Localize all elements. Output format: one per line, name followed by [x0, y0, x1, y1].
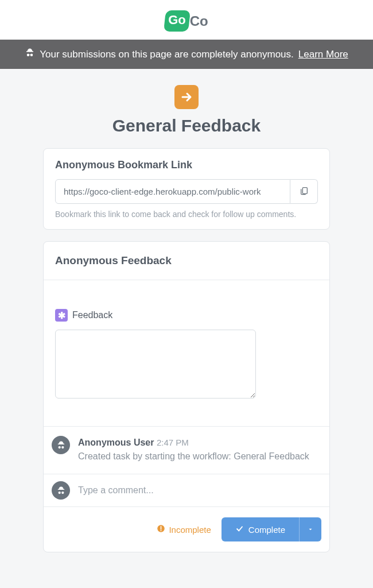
footer-row: Incomplete Complete	[44, 507, 329, 552]
feedback-field-label: Feedback	[72, 310, 112, 320]
bookmark-url-input[interactable]	[55, 179, 290, 204]
feedback-textarea[interactable]	[55, 330, 256, 399]
logo-badge: Go	[164, 10, 190, 32]
bookmark-card: Anonymous Bookmark Link Bookmark this li…	[43, 148, 330, 230]
learn-more-link[interactable]: Learn More	[298, 49, 348, 60]
anonymous-avatar-icon	[52, 436, 70, 454]
bookmark-help-text: Bookmark this link to come back and chec…	[55, 210, 318, 219]
svg-rect-0	[302, 188, 307, 194]
chevron-down-icon	[308, 525, 313, 534]
activity-description: Created task by starting the workflow: G…	[78, 450, 309, 463]
comment-row	[44, 474, 329, 507]
hero: General Feedback	[0, 69, 373, 148]
incomplete-status: Incomplete	[157, 524, 211, 535]
comment-avatar-icon	[52, 481, 70, 500]
check-icon	[235, 524, 244, 535]
feedback-section-title: Anonymous Feedback	[55, 254, 318, 267]
feedback-card: Anonymous Feedback ✱ Feedback Anonymous …	[43, 241, 330, 552]
activity-time: 2:47 PM	[157, 438, 189, 447]
complete-button[interactable]: Complete	[222, 517, 299, 541]
anonymous-banner: Your submissions on this page are comple…	[0, 40, 373, 69]
incognito-icon	[25, 48, 35, 61]
comment-input[interactable]	[78, 485, 321, 496]
activity-user: Anonymous User	[78, 438, 154, 447]
bookmark-title: Anonymous Bookmark Link	[55, 159, 318, 171]
logo-suffix: Co	[190, 13, 208, 29]
complete-dropdown-button[interactable]	[299, 517, 321, 541]
clipboard-icon	[300, 186, 309, 197]
activity-row: Anonymous User 2:47 PM Created task by s…	[44, 427, 329, 474]
banner-text: Your submissions on this page are comple…	[40, 49, 294, 60]
arrow-right-icon	[174, 85, 199, 109]
header-logo: GoCo	[0, 0, 373, 40]
page-title: General Feedback	[0, 116, 373, 136]
copy-button[interactable]	[290, 179, 318, 204]
warning-icon	[157, 524, 165, 535]
required-asterisk-icon: ✱	[55, 309, 68, 322]
